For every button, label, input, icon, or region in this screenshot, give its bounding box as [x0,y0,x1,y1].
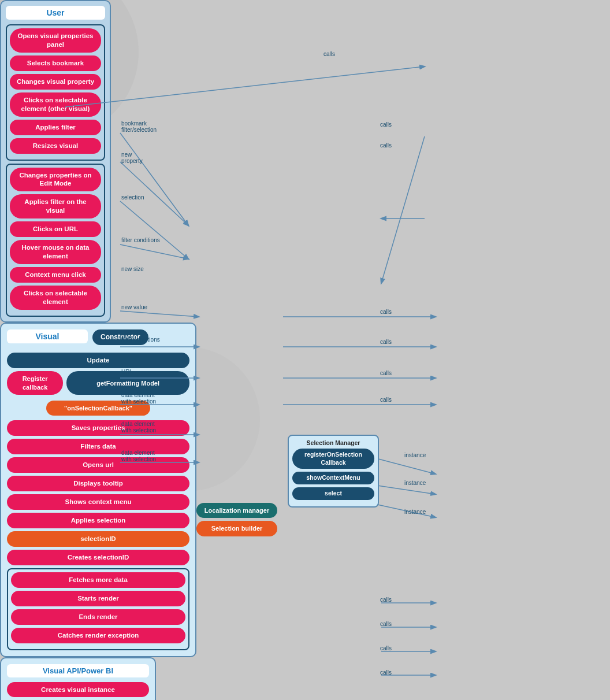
btn-saves-properties[interactable]: Saves properties [7,420,189,436]
api-panel: Visual API/Power BI Creates visual insta… [0,657,156,700]
api-panel-title: Visual API/Power BI [7,664,149,677]
svg-line-0 [65,66,425,107]
btn-selection-builder[interactable]: Selection builder [196,521,277,536]
btn-clicks-selectable-other[interactable]: Clicks on selectable element (other visu… [10,92,101,117]
btn-creates-selection-id[interactable]: Creates selectionID [7,550,189,565]
svg-line-15 [370,457,436,474]
arrow-label-calls-saves: calls [380,309,392,315]
btn-catches-render-exception[interactable]: Catches render exception [11,628,185,643]
btn-clicks-url[interactable]: Clicks on URL [10,221,101,237]
btn-show-context-menu[interactable]: showContextMenu [292,472,374,484]
arrow-label-instance1: instance [404,452,426,458]
arrow-label-calls-render-end: calls [380,645,392,651]
arrow-label-filter-conditions: filter conditions [121,237,160,243]
arrow-label-new-property: newproperty [121,151,143,164]
btn-creates-visual-instance[interactable]: Creates visual instance [7,682,149,698]
svg-line-23 [381,136,425,283]
btn-register-callback[interactable]: Register callback [7,371,63,395]
btn-clicks-selectable[interactable]: Clicks on selectable element [10,286,101,310]
btn-applies-selection[interactable]: Applies selection [7,513,189,528]
arrow-label-calls-selection-cb: calls [380,142,392,149]
btn-opens-url[interactable]: Opens url [7,457,189,473]
user-section-1: 1 Opens visual properties panel Selects … [6,24,105,161]
arrow-label-calls-url: calls [380,370,392,376]
btn-filters-data[interactable]: Filters data [7,439,189,454]
btn-fetches-more-data[interactable]: Fetches more data [11,572,185,588]
arrow-label-url: URL [121,369,133,375]
arrow-label-calls-render-start: calls [380,621,392,627]
btn-shows-context-menu[interactable]: Shows context menu [7,494,189,510]
user-panel-title: User [6,6,105,20]
btn-resizes-visual[interactable]: Resizes visual [10,138,101,154]
visual-panel: Visual Constructor Update Register callb… [0,323,196,657]
svg-line-4 [120,245,188,259]
btn-localization-manager[interactable]: Localization manager [196,503,277,518]
btn-hover-mouse[interactable]: Hover mouse on data element [10,240,101,264]
btn-selects-bookmark[interactable]: Selects bookmark [10,55,101,71]
btn-starts-render[interactable]: Starts render [11,591,185,606]
arrow-label-selection: selection [121,194,144,201]
arrow-label-instance3: instance [404,509,426,515]
arrow-label-calls-render-fail: calls [380,669,392,676]
btn-update[interactable]: Update [7,353,189,368]
diagram-container: calls bookmarkfilter/selection newproper… [0,0,610,700]
user-section-2: 2 Changes properties on Edit Mode Applie… [6,164,105,317]
svg-line-1 [120,133,188,225]
arrow-label-filter-conditions2: filter conditions [121,336,160,343]
arrow-label-data-elem2: data elementwith selection [121,421,156,434]
btn-register-on-selection-callback[interactable]: registerOnSelection Callback [292,449,374,469]
user-panel: User 1 Opens visual properties panel Sel… [0,0,111,323]
section-3: 3 Fetches more data Starts render Ends r… [7,568,189,650]
arrow-label-new-size: new size [121,266,144,272]
btn-displays-tooltip[interactable]: Displays tooltip [7,476,189,491]
arrow-label-data-elem3: data elementwith selection [121,450,156,462]
btn-ends-render[interactable]: Ends render [11,609,185,625]
btn-applies-filter-visual[interactable]: Applies filter on the visual [10,194,101,218]
selection-manager-title: Selection Manager [292,439,374,446]
svg-line-3 [120,201,188,259]
arrow-label-instance2: instance [404,480,426,486]
btn-selection-id[interactable]: selectionID [7,531,189,547]
arrow-label-new-value: new value [121,304,147,310]
arrow-label-calls-enum: calls [380,121,392,128]
svg-line-2 [120,162,188,225]
arrow-label-calls-filters: calls [380,339,392,345]
btn-changes-properties-edit[interactable]: Changes properties on Edit Mode [10,168,101,192]
arrow-label-calls-tooltip: calls [380,397,392,403]
visual-panel-title: Visual [7,329,88,343]
arrow-label-calls-fetch: calls [380,597,392,603]
btn-applies-filter[interactable]: Applies filter [10,120,101,135]
svg-line-5 [120,311,199,317]
arrow-label-calls-top: calls [323,51,335,57]
btn-opens-visual-props[interactable]: Opens visual properties panel [10,28,101,53]
btn-select[interactable]: select [292,487,374,500]
arrow-label-bookmark: bookmarkfilter/selection [121,120,157,133]
btn-context-menu-click[interactable]: Context menu click [10,267,101,283]
arrow-label-data-elem1: data elementwith selection [121,392,156,405]
btn-changes-visual-property[interactable]: Changes visual property [10,74,101,90]
